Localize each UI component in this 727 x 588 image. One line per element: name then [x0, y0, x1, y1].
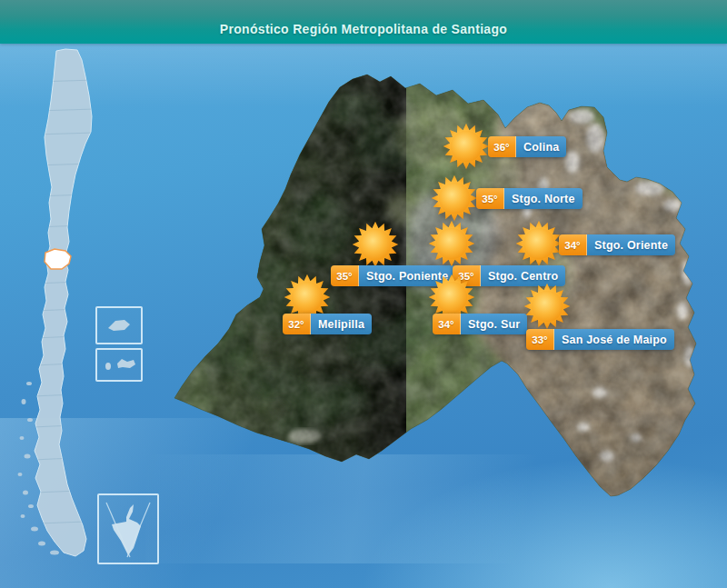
forecast-label: 35° Stgo. Norte — [476, 188, 583, 209]
temperature-badge: 36° — [488, 136, 516, 157]
city-name: Stgo. Norte — [504, 188, 583, 209]
region-satellite-map — [0, 0, 727, 588]
temperature-badge: 34° — [433, 314, 461, 334]
forecast-label: 36° Colina — [488, 136, 566, 157]
city-name: Melipilla — [311, 314, 372, 334]
sun-icon — [523, 282, 572, 331]
forecast-label: 34° Stgo. Oriente — [559, 234, 675, 255]
temperature-badge: 33° — [526, 329, 554, 350]
weather-forecast-screen: Pronóstico Región Metropolitana de Santi… — [0, 0, 727, 588]
city-name: Stgo. Sur — [461, 314, 527, 334]
forecast-label: 34° Stgo. Sur — [433, 314, 527, 334]
city-name: Colina — [516, 136, 566, 157]
city-name: San José de Maipo — [554, 329, 674, 350]
forecast-label: 33° San José de Maipo — [526, 329, 674, 350]
city-name: Stgo. Oriente — [587, 234, 675, 255]
sun-icon — [430, 174, 479, 223]
temperature-badge: 34° — [559, 234, 587, 255]
temperature-badge: 35° — [476, 188, 504, 209]
sun-icon — [514, 219, 563, 268]
sun-icon — [427, 219, 476, 268]
temperature-badge: 35° — [331, 265, 359, 286]
sun-icon — [442, 122, 491, 171]
sun-icon — [351, 220, 400, 269]
temperature-badge: 32° — [283, 314, 311, 334]
forecast-label: 32° Melipilla — [283, 314, 372, 334]
